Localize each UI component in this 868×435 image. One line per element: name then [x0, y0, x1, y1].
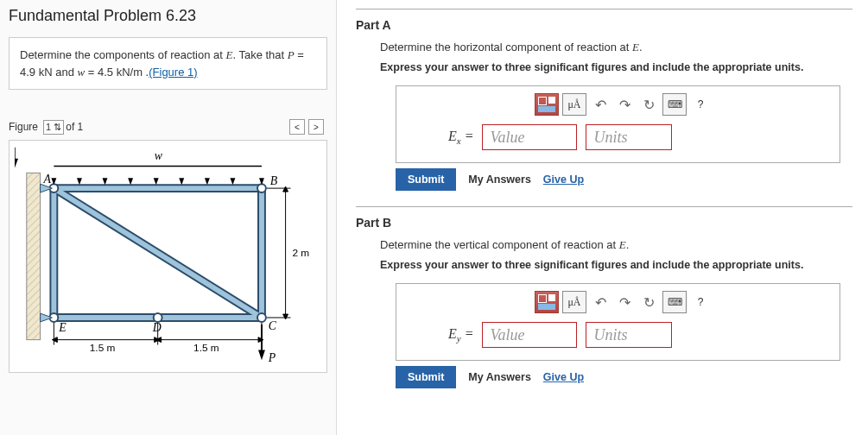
right-panel: Part A Determine the horizontal componen… — [340, 0, 868, 435]
svg-text:C: C — [269, 319, 277, 332]
part-b-title: Part B — [356, 216, 852, 230]
svg-text:1.5 m: 1.5 m — [90, 342, 116, 354]
prompt-w: w — [78, 66, 86, 79]
part-b-value-input[interactable]: Value — [482, 322, 577, 348]
part-a-submit-row: Submit My Answers Give Up — [396, 168, 852, 191]
keyboard-icon[interactable]: ⌨ — [662, 93, 687, 116]
help-icon[interactable]: ? — [690, 93, 711, 116]
redo-icon[interactable]: ↷ — [614, 291, 635, 313]
units-mu-icon[interactable]: μÅ — [562, 291, 586, 313]
redo-icon[interactable]: ↷ — [614, 93, 635, 116]
svg-rect-2 — [27, 173, 41, 339]
part-b-var: Ey = — [448, 326, 473, 344]
svg-text:w: w — [155, 149, 163, 162]
undo-icon[interactable]: ↶ — [590, 93, 611, 116]
part-b-input-row: Ey = Value Units — [396, 322, 839, 360]
prompt-box: Determine the components of reaction at … — [9, 37, 327, 90]
part-b-give-up[interactable]: Give Up — [543, 371, 584, 383]
part-a-units-input[interactable]: Units — [586, 124, 672, 150]
part-a-toolbar: μÅ ↶ ↷ ↻ ⌨ ? — [396, 86, 839, 124]
units-mu-icon[interactable]: μÅ — [562, 93, 586, 116]
part-a-desc: Determine the horizontal component of re… — [380, 41, 852, 54]
reset-icon[interactable]: ↻ — [638, 93, 659, 116]
part-a-instr: Express your answer to three significant… — [380, 61, 852, 73]
divider-b — [356, 206, 852, 207]
prompt-t1: Determine the components of reaction at — [20, 48, 225, 61]
prompt-P: P — [288, 48, 295, 61]
svg-point-14 — [257, 184, 266, 192]
svg-line-12 — [54, 188, 262, 318]
figure-next-button[interactable]: > — [308, 119, 324, 135]
figure-selector[interactable]: 1 ⇅ — [43, 120, 64, 135]
part-a-give-up[interactable]: Give Up — [543, 173, 584, 186]
part-b-my-answers[interactable]: My Answers — [468, 371, 530, 383]
svg-text:P: P — [268, 351, 276, 364]
svg-text:A: A — [43, 173, 52, 186]
templates-icon[interactable] — [535, 291, 559, 313]
truss-figure: w A B C D E P 1.5 m 1.5 m 2 m — [15, 146, 321, 367]
part-b-submit-row: Submit My Answers Give Up — [396, 366, 852, 388]
part-a-input-row: Ex = Value Units — [396, 124, 839, 162]
figure-header: Figure 1 ⇅ of 1 < > — [9, 119, 327, 135]
svg-text:2 m: 2 m — [292, 247, 309, 259]
prompt-t4: = 4.5 kN/m . — [85, 66, 149, 79]
keyboard-icon[interactable]: ⌨ — [662, 291, 687, 313]
part-a-var: Ex = — [448, 129, 473, 146]
figure-of-text: of 1 — [66, 121, 83, 133]
svg-point-15 — [257, 313, 266, 322]
part-a-value-input[interactable]: Value — [482, 124, 577, 150]
svg-text:1.5 m: 1.5 m — [193, 342, 219, 354]
part-b-toolbar: μÅ ↶ ↷ ↻ ⌨ ? — [396, 284, 839, 322]
part-a-answer-box: μÅ ↶ ↷ ↻ ⌨ ? Ex = Value Units — [396, 85, 840, 163]
svg-text:E: E — [58, 321, 67, 334]
part-a-submit-button[interactable]: Submit — [396, 168, 456, 191]
figure-frame: w A B C D E P 1.5 m 1.5 m 2 m — [9, 140, 327, 373]
help-icon[interactable]: ? — [690, 291, 711, 313]
figure-label: Figure — [9, 121, 38, 133]
svg-text:B: B — [270, 174, 278, 187]
part-b-desc: Determine the vertical component of reac… — [380, 238, 852, 252]
part-b-instr: Express your answer to three significant… — [380, 259, 852, 271]
svg-text:D: D — [152, 321, 162, 334]
part-a-my-answers[interactable]: My Answers — [468, 173, 530, 186]
part-b-units-input[interactable]: Units — [586, 322, 672, 348]
left-panel: Fundamental Problem 6.23 Determine the c… — [0, 0, 337, 435]
part-b-answer-box: μÅ ↶ ↷ ↻ ⌨ ? Ey = Value Units — [396, 283, 840, 361]
figure-link[interactable]: (Figure 1) — [149, 66, 197, 79]
prompt-t2: . Take that — [232, 48, 287, 61]
templates-icon[interactable] — [535, 93, 559, 116]
figure-prev-button[interactable]: < — [289, 119, 305, 135]
undo-icon[interactable]: ↶ — [590, 291, 611, 313]
part-b-submit-button[interactable]: Submit — [396, 366, 456, 388]
divider — [356, 9, 852, 9]
problem-title: Fundamental Problem 6.23 — [9, 7, 327, 25]
part-a-title: Part A — [356, 18, 852, 32]
reset-icon[interactable]: ↻ — [638, 291, 659, 313]
